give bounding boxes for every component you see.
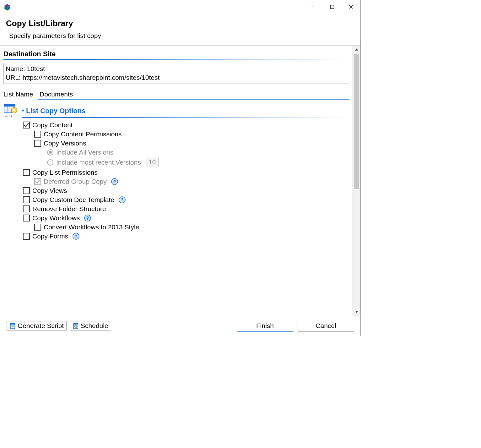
svg-rect-16 xyxy=(35,131,41,137)
copy-content-permissions-label: Copy Content Permissions xyxy=(44,130,122,138)
help-icon[interactable]: ? xyxy=(119,196,126,203)
copy-forms-label: Copy Forms xyxy=(32,232,68,240)
list-copy-options-icon: 2013 xyxy=(3,103,19,118)
convert-workflows-2013-label: Convert Workflows to 2013 Style xyxy=(44,223,139,231)
list-copy-options-title: List Copy Options xyxy=(26,107,85,115)
include-all-versions-radio xyxy=(47,149,54,156)
svg-rect-34 xyxy=(23,233,30,239)
svg-text:2013: 2013 xyxy=(5,114,12,118)
svg-point-20 xyxy=(47,160,53,165)
copy-custom-doc-template-checkbox[interactable] xyxy=(23,196,30,203)
svg-text:?: ? xyxy=(75,234,78,239)
remove-folder-structure-label: Remove Folder Structure xyxy=(32,205,106,213)
svg-marker-14 xyxy=(21,110,24,112)
svg-rect-17 xyxy=(35,140,41,146)
close-button[interactable] xyxy=(342,1,360,13)
convert-workflows-2013-checkbox[interactable] xyxy=(34,224,41,231)
copy-workflows-checkbox[interactable] xyxy=(23,215,30,221)
svg-marker-38 xyxy=(355,311,358,313)
copy-content-permissions-checkbox[interactable] xyxy=(34,131,41,138)
caret-down-icon xyxy=(21,109,25,113)
dialog-window: Copy List/Library Specify parameters for… xyxy=(0,0,361,336)
scroll-down-arrow-icon[interactable] xyxy=(353,308,361,316)
cancel-button[interactable]: Cancel xyxy=(298,320,354,332)
copy-views-label: Copy Views xyxy=(32,187,67,194)
include-most-recent-label: Include most recent Versions xyxy=(56,159,141,166)
help-icon[interactable]: ? xyxy=(73,233,79,240)
svg-text:?: ? xyxy=(121,197,124,202)
destination-site-heading: Destination Site xyxy=(3,50,349,58)
section-rule xyxy=(3,59,349,60)
svg-rect-40 xyxy=(10,323,15,325)
copy-workflows-label: Copy Workflows xyxy=(32,214,80,222)
svg-rect-33 xyxy=(35,224,41,230)
titlebar xyxy=(0,0,360,14)
svg-rect-4 xyxy=(331,5,334,9)
svg-rect-26 xyxy=(23,197,30,203)
remove-folder-structure-checkbox[interactable] xyxy=(23,205,30,212)
script-icon xyxy=(9,322,16,329)
generate-script-button[interactable]: Generate Script xyxy=(7,321,67,331)
copy-versions-label: Copy Versions xyxy=(44,139,86,147)
dialog-subtitle: Specify parameters for list copy xyxy=(9,32,355,40)
destination-info-box: Name: 10test URL: https://metavistech.sh… xyxy=(3,63,349,84)
svg-marker-37 xyxy=(355,48,358,51)
svg-rect-21 xyxy=(23,169,30,176)
schedule-button[interactable]: Schedule xyxy=(70,321,111,331)
copy-content-label: Copy Content xyxy=(32,121,73,129)
svg-rect-8 xyxy=(4,104,15,107)
copy-versions-checkbox[interactable] xyxy=(34,140,41,147)
include-all-versions-label: Include All Versions xyxy=(56,149,113,156)
recent-versions-count: 10 xyxy=(146,158,159,167)
maximize-button[interactable] xyxy=(323,1,342,13)
copy-list-permissions-checkbox[interactable] xyxy=(23,169,30,176)
dest-name-label: Name: xyxy=(6,65,25,72)
finish-button[interactable]: Finish xyxy=(237,320,293,332)
dest-name-value: 10test xyxy=(27,65,45,72)
copy-views-checkbox[interactable] xyxy=(23,187,30,194)
dialog-body: Destination Site Name: 10test URL: https… xyxy=(0,46,352,316)
generate-script-label: Generate Script xyxy=(18,322,64,330)
svg-rect-29 xyxy=(23,206,30,212)
svg-point-12 xyxy=(13,109,15,111)
copy-content-checkbox[interactable] xyxy=(23,122,30,128)
list-copy-options-toggle[interactable]: List Copy Options xyxy=(21,107,85,115)
dialog-title: Copy List/Library xyxy=(6,19,355,28)
deferred-group-copy-checkbox xyxy=(34,178,41,185)
svg-rect-30 xyxy=(23,215,30,221)
schedule-icon xyxy=(73,322,79,329)
vertical-scrollbar[interactable] xyxy=(352,46,360,316)
list-name-label: List Name xyxy=(3,90,35,98)
app-icon xyxy=(3,3,12,12)
minimize-button[interactable] xyxy=(304,1,323,13)
copy-custom-doc-template-label: Copy Custom Doc Template xyxy=(32,196,114,204)
include-most-recent-radio xyxy=(47,159,54,166)
dialog-header: Copy List/Library Specify parameters for… xyxy=(0,14,360,46)
dest-url-label: URL: xyxy=(6,74,21,81)
svg-rect-44 xyxy=(73,323,78,325)
dialog-footer: Generate Script Schedule Finish Cancel xyxy=(0,316,360,336)
svg-rect-25 xyxy=(23,188,30,194)
schedule-label: Schedule xyxy=(81,322,108,330)
help-icon[interactable]: ? xyxy=(111,178,118,185)
copy-list-permissions-label: Copy List Permissions xyxy=(32,169,98,176)
dest-url-value: https://metavistech.sharepoint.com/sites… xyxy=(23,74,160,81)
svg-text:?: ? xyxy=(113,179,116,184)
help-icon[interactable]: ? xyxy=(84,215,91,221)
options-rule xyxy=(22,117,349,118)
deferred-group-copy-label: Deferred Group Copy xyxy=(44,178,107,185)
svg-text:?: ? xyxy=(86,216,89,221)
list-name-input[interactable] xyxy=(38,89,349,100)
scroll-up-arrow-icon[interactable] xyxy=(353,46,361,54)
svg-point-19 xyxy=(49,151,52,154)
copy-forms-checkbox[interactable] xyxy=(23,233,30,240)
scroll-thumb[interactable] xyxy=(354,54,359,189)
